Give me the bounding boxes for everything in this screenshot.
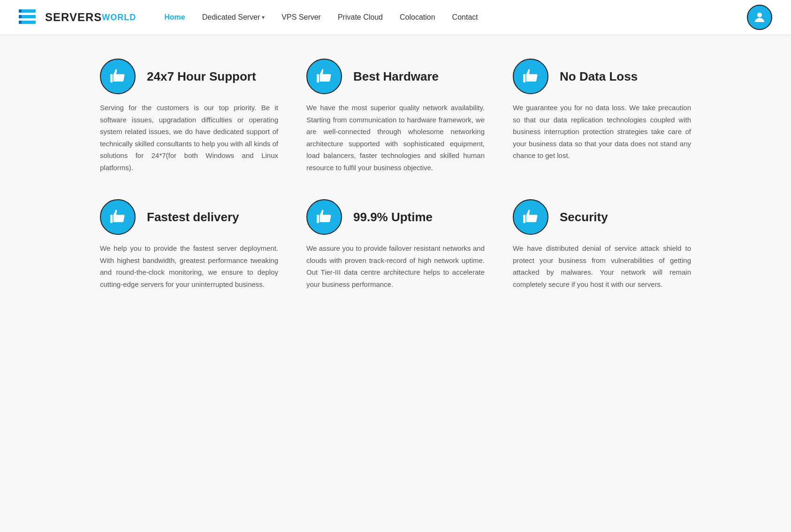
- logo[interactable]: SERVERS WORLD: [19, 8, 136, 26]
- svg-rect-1: [19, 9, 22, 13]
- feature-hardware-desc: We have the most superior quality networ…: [306, 102, 485, 173]
- feature-delivery-desc: We help you to provide the fastest serve…: [100, 242, 278, 290]
- svg-rect-5: [19, 21, 22, 24]
- nav-item-contact[interactable]: Contact: [452, 13, 478, 22]
- user-avatar[interactable]: [747, 5, 772, 30]
- feature-security: Security We have distributed denial of s…: [513, 199, 691, 290]
- feature-uptime-icon: [306, 199, 342, 235]
- feature-support-desc: Serving for the customers is our top pri…: [100, 102, 278, 173]
- svg-rect-3: [19, 15, 22, 18]
- features-row-2: Fastest delivery We help you to provide …: [100, 199, 691, 290]
- feature-support: 24x7 Hour Support Serving for the custom…: [100, 59, 278, 173]
- nav-item-home[interactable]: Home: [164, 13, 185, 22]
- feature-nodata-header: No Data Loss: [513, 59, 691, 94]
- feature-uptime-desc: We assure you to provide failover resist…: [306, 242, 485, 290]
- thumbs-up-icon-3: [522, 67, 540, 85]
- feature-hardware-title: Best Hardware: [353, 69, 439, 84]
- thumbs-up-icon-6: [522, 208, 540, 226]
- user-icon: [753, 10, 767, 24]
- thumbs-up-icon: [109, 67, 127, 85]
- feature-nodata: No Data Loss We guarantee you for no dat…: [513, 59, 691, 173]
- feature-security-icon: [513, 199, 548, 235]
- feature-nodata-desc: We guarantee you for no data loss. We ta…: [513, 102, 691, 162]
- logo-text-servers: SERVERS: [45, 11, 102, 24]
- feature-security-desc: We have distributed denial of service at…: [513, 242, 691, 290]
- feature-uptime: 99.9% Uptime We assure you to provide fa…: [306, 199, 485, 290]
- logo-icon: [19, 8, 41, 26]
- feature-delivery: Fastest delivery We help you to provide …: [100, 199, 278, 290]
- feature-support-title: 24x7 Hour Support: [147, 69, 256, 84]
- nav-item-vps[interactable]: VPS Server: [281, 13, 321, 22]
- thumbs-up-icon-4: [109, 208, 127, 226]
- feature-delivery-header: Fastest delivery: [100, 199, 278, 235]
- feature-uptime-header: 99.9% Uptime: [306, 199, 485, 235]
- feature-hardware-header: Best Hardware: [306, 59, 485, 94]
- nav-links: Home Dedicated Server ▾ VPS Server Priva…: [164, 13, 747, 22]
- feature-support-header: 24x7 Hour Support: [100, 59, 278, 94]
- feature-hardware-icon: [306, 59, 342, 94]
- svg-point-6: [757, 13, 762, 17]
- features-row-1: 24x7 Hour Support Serving for the custom…: [100, 59, 691, 173]
- feature-nodata-title: No Data Loss: [560, 69, 638, 84]
- nav-item-dedicated[interactable]: Dedicated Server ▾: [202, 13, 265, 22]
- feature-security-header: Security: [513, 199, 691, 235]
- nav-item-colocation[interactable]: Colocation: [400, 13, 435, 22]
- main-content: 24x7 Hour Support Serving for the custom…: [81, 35, 710, 318]
- feature-uptime-title: 99.9% Uptime: [353, 210, 433, 225]
- logo-text-world: WORLD: [102, 13, 136, 22]
- feature-security-title: Security: [560, 210, 608, 225]
- feature-nodata-icon: [513, 59, 548, 94]
- feature-delivery-icon: [100, 199, 136, 235]
- thumbs-up-icon-2: [315, 67, 333, 85]
- chevron-down-icon: ▾: [262, 14, 265, 21]
- feature-support-icon: [100, 59, 136, 94]
- thumbs-up-icon-5: [315, 208, 333, 226]
- navbar: SERVERS WORLD Home Dedicated Server ▾ VP…: [0, 0, 791, 35]
- feature-hardware: Best Hardware We have the most superior …: [306, 59, 485, 173]
- feature-delivery-title: Fastest delivery: [147, 210, 239, 225]
- nav-item-private-cloud[interactable]: Private Cloud: [338, 13, 383, 22]
